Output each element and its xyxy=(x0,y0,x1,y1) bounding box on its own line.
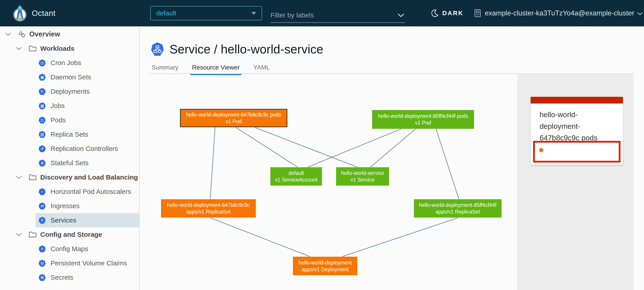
sidebar-item-label: Overview xyxy=(29,30,60,38)
chevron-container xyxy=(16,233,22,236)
stateful-sets-icon: ≣ xyxy=(39,160,46,166)
app-title: Octant xyxy=(32,0,56,26)
sidebar-item-replica-sets[interactable]: ▥Replica Sets xyxy=(36,127,139,142)
chevron-down-icon[interactable] xyxy=(16,176,22,179)
sidebar-item-label: Secrets xyxy=(50,274,73,281)
theme-toggle-button[interactable]: DARK xyxy=(432,0,464,26)
sidebar-item-jobs[interactable]: ▦Jobs xyxy=(36,98,139,113)
graph-node-rs-85ff4cf44f[interactable]: hello-world-deployment-85ff4cf44fapps/v1… xyxy=(414,199,502,218)
graph-edge xyxy=(236,128,298,167)
sidebar-item-persistent-volume-claims[interactable]: ⊟Persistent Volume Claims xyxy=(36,256,139,270)
graph-node-service[interactable]: hello-world-servicev1 Service xyxy=(336,167,389,186)
horizontal-pod-autoscalers-icon: ⇔ xyxy=(39,188,46,195)
sidebar-item-label: Daemon Sets xyxy=(50,73,91,81)
graph-node-pod-85ff4cf44f[interactable]: hello-world-deployment-85ff4cf44f podsv1… xyxy=(372,110,474,129)
sidebar-item-overview[interactable]: Overview xyxy=(0,27,139,41)
sidebar-item-deployments[interactable]: ↻Deployments xyxy=(36,84,139,98)
pod-status-box[interactable] xyxy=(533,141,620,162)
tab-resource-viewer[interactable]: Resource Viewer xyxy=(192,62,240,75)
chevron-down-icon[interactable] xyxy=(16,47,22,50)
node-kind: apps/v1 Deployment xyxy=(302,266,348,273)
graph-edge xyxy=(370,129,416,167)
graph-node-rs-647b8c9c9c[interactable]: hello-world-deployment-647b8c9c9capps/v1… xyxy=(161,199,256,218)
persistent-volume-claims-icon: ⊟ xyxy=(39,260,46,267)
service-icon xyxy=(151,42,164,56)
jobs-icon: ▦ xyxy=(39,102,46,109)
sidebar-item-label: Replica Sets xyxy=(50,130,88,138)
sidebar-item-label: Workloads xyxy=(40,45,74,52)
graph-edge xyxy=(342,218,458,256)
cluster-icon xyxy=(474,9,481,18)
graph-node-pod-647b8c9c9c[interactable]: hello-world-deployment-647b8c9c9c podsv1… xyxy=(180,109,287,127)
chevron-container xyxy=(16,47,22,50)
namespace-dropdown[interactable]: default xyxy=(150,6,262,20)
sidebar-item-daemon-sets[interactable]: ▣Daemon Sets xyxy=(36,70,139,84)
namespace-dropdown-value: default xyxy=(156,10,251,17)
tab-yaml[interactable]: YAML xyxy=(253,62,270,75)
chevron-down-icon[interactable] xyxy=(16,233,22,236)
octant-logo-icon xyxy=(12,3,27,23)
applications-icon xyxy=(18,30,26,38)
node-name: hello-world-service xyxy=(341,170,384,176)
card-status-bar xyxy=(531,97,623,104)
node-kind: apps/v1 ReplicaSet xyxy=(186,208,230,215)
chevron-down-icon[interactable] xyxy=(5,32,11,36)
sidebar-nav: Overview Workloads◷Cron Jobs▣Daemon Sets… xyxy=(0,26,140,290)
node-kind: apps/v1 ReplicaSet xyxy=(436,208,480,215)
node-kind: v1 Pod xyxy=(415,120,431,126)
sidebar-item-label: Services xyxy=(50,216,76,224)
chevron-container xyxy=(5,32,11,36)
sidebar-item-label: Deployments xyxy=(50,88,90,95)
sidebar-item-cron-jobs[interactable]: ◷Cron Jobs xyxy=(36,56,139,70)
moon-icon xyxy=(432,10,439,17)
node-name: hello-world-deployment-85ff4cf44f xyxy=(419,202,496,208)
pods-icon: ◻ xyxy=(39,117,46,124)
node-name: hello-world-deployment xyxy=(298,259,352,266)
sidebar-item-discovery-and-load-balancing[interactable]: Discovery and Load Balancing xyxy=(0,170,139,184)
folder-icon xyxy=(28,231,37,238)
replica-sets-icon: ▥ xyxy=(39,131,46,138)
sidebar-item-secrets[interactable]: ⊠Secrets xyxy=(36,270,139,285)
chevron-container xyxy=(16,176,22,179)
theme-toggle-label: DARK xyxy=(442,10,464,17)
graph-node-serviceaccount[interactable]: defaultv1 ServiceAccount xyxy=(270,167,322,186)
graph-node-deployment[interactable]: hello-world-deploymentapps/v1 Deployment xyxy=(293,257,357,275)
node-kind: v1 Pod xyxy=(226,118,242,125)
graph-edge xyxy=(210,218,310,256)
sidebar-item-label: Horizontal Pod Autoscalers xyxy=(50,188,131,196)
node-name: default xyxy=(288,170,304,176)
sidebar-item-label: Stateful Sets xyxy=(50,159,88,167)
sidebar-item-config-maps[interactable]: ≡Config Maps xyxy=(36,242,139,256)
sidebar-item-services[interactable]: #Services xyxy=(36,213,139,228)
sidebar-item-pods[interactable]: ◻Pods xyxy=(36,113,139,127)
config-maps-icon: ≡ xyxy=(39,246,46,252)
chevron-down-icon xyxy=(637,12,643,16)
context-selector[interactable]: example-cluster-ka3TuTzYo4a@example-clus… xyxy=(474,0,643,26)
node-name: hello-world-deployment-647b8c9c9c pods xyxy=(186,111,281,118)
sidebar-item-label: Cron Jobs xyxy=(50,59,81,67)
cron-jobs-icon: ◷ xyxy=(39,60,46,66)
chevron-down-icon[interactable] xyxy=(398,14,404,18)
replication-controllers-icon: ↺ xyxy=(39,145,46,152)
sidebar-item-workloads[interactable]: Workloads xyxy=(0,41,139,56)
sidebar-item-replication-controllers[interactable]: ↺Replication Controllers xyxy=(36,142,139,156)
pod-status-dot xyxy=(539,148,544,152)
graph-edge xyxy=(436,129,459,199)
daemon-sets-icon: ▣ xyxy=(39,74,46,81)
sidebar-item-label: Config and Storage xyxy=(40,231,102,238)
label-filter-input[interactable] xyxy=(270,12,391,19)
page-title-text: Service / hello-world-service xyxy=(170,42,323,56)
app-header: Octant default DARK example-cluster-ka3T… xyxy=(0,0,644,26)
sidebar-item-ingresses[interactable]: ⇄Ingresses xyxy=(36,199,139,213)
secrets-icon: ⊠ xyxy=(39,274,46,281)
tab-summary[interactable]: Summary xyxy=(151,62,179,75)
deployments-icon: ↻ xyxy=(39,88,46,95)
sidebar-item-stateful-sets[interactable]: ≣Stateful Sets xyxy=(36,156,139,170)
label-filter xyxy=(270,8,405,23)
folder-icon xyxy=(28,174,37,181)
page-title: Service / hello-world-service xyxy=(151,42,323,56)
graph-edge xyxy=(210,128,215,199)
folder-icon xyxy=(28,45,37,52)
sidebar-item-config-and-storage[interactable]: Config and Storage xyxy=(0,228,139,242)
sidebar-item-horizontal-pod-autoscalers[interactable]: ⇔Horizontal Pod Autoscalers xyxy=(36,184,139,199)
